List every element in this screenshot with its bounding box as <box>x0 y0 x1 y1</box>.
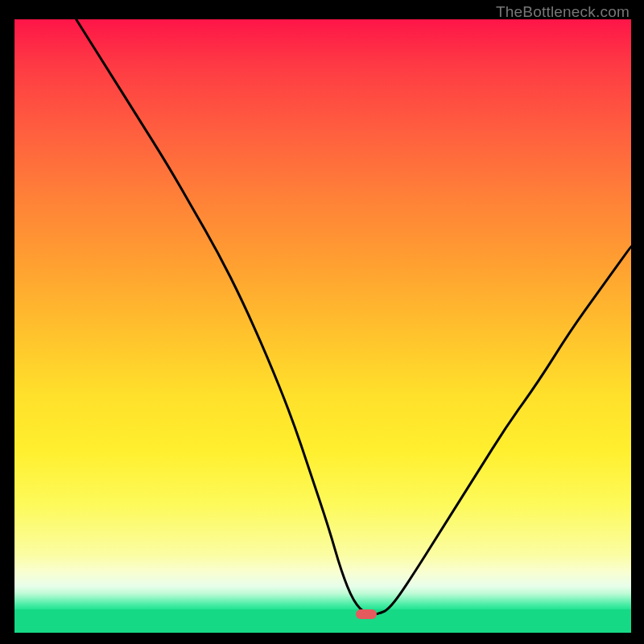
bottleneck-curve <box>14 19 631 633</box>
plot-frame <box>14 19 631 633</box>
attribution-text: TheBottleneck.com <box>496 3 630 21</box>
optimum-marker <box>356 609 377 619</box>
